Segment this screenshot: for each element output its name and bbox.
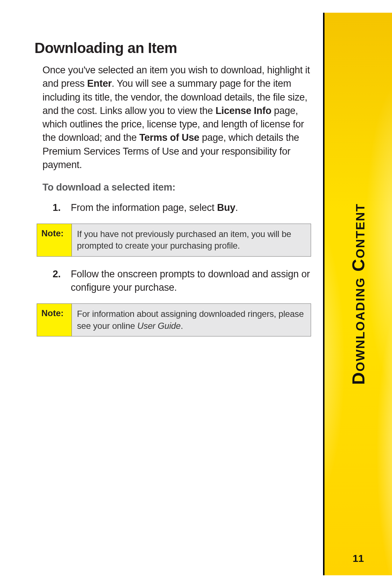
note-label: Note:: [37, 304, 72, 336]
step-text-segment: .: [235, 202, 238, 213]
intro-bold-license-info: License Info: [216, 105, 271, 116]
note-box: Note: For information about assigning do…: [37, 303, 311, 336]
step-text-segment: From the information page, select: [71, 202, 217, 213]
section-side-tab: Downloading Content 11: [323, 13, 392, 575]
step-bold-buy: Buy: [217, 202, 235, 213]
note-text: For information about assigning download…: [72, 304, 311, 336]
document-page: Downloading Content 11 Downloading an It…: [0, 0, 392, 588]
page-number: 11: [324, 553, 392, 564]
step-text-segment: Follow the onscreen prompts to download …: [71, 269, 310, 293]
page-content: Downloading an Item Once you've selected…: [34, 40, 314, 347]
note-text-segment: .: [181, 321, 183, 331]
note-text-segment: If you have not previously purchased an …: [77, 229, 291, 250]
note-text-segment: For information about assigning download…: [77, 309, 304, 330]
list-item: 1. From the information page, select Buy…: [53, 201, 314, 215]
intro-bold-enter: Enter: [87, 78, 112, 89]
intro-bold-terms-of-use: Terms of Use: [139, 132, 199, 143]
step-text: From the information page, select Buy.: [71, 201, 238, 215]
intro-paragraph: Once you've selected an item you wish to…: [42, 64, 314, 172]
note-text: If you have not previously purchased an …: [72, 224, 311, 256]
steps-list: 2. Follow the onscreen prompts to downlo…: [53, 268, 314, 295]
step-number: 1.: [53, 201, 71, 215]
note-label: Note:: [37, 224, 72, 256]
page-heading: Downloading an Item: [34, 40, 314, 56]
section-label: Downloading Content: [348, 203, 368, 385]
note-italic-user-guide: User Guide: [137, 321, 180, 331]
note-box: Note: If you have not previously purchas…: [37, 224, 311, 257]
list-item: 2. Follow the onscreen prompts to downlo…: [53, 268, 314, 295]
step-number: 2.: [53, 268, 71, 295]
procedure-subheading: To download a selected item:: [42, 182, 314, 193]
steps-list: 1. From the information page, select Buy…: [53, 201, 314, 215]
step-text: Follow the onscreen prompts to download …: [71, 268, 314, 295]
